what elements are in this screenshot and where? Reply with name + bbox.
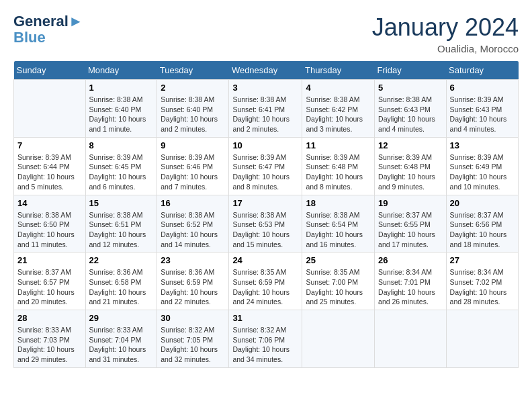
cell-info: Sunrise: 8:32 AM Sunset: 7:05 PM Dayligh… [161, 325, 225, 365]
calendar-cell: 5Sunrise: 8:38 AM Sunset: 6:43 PM Daylig… [375, 80, 447, 138]
day-number: 10 [232, 140, 298, 150]
day-number: 13 [450, 140, 515, 150]
cell-info: Sunrise: 8:34 AM Sunset: 7:02 PM Dayligh… [450, 267, 515, 307]
day-header-tuesday: Tuesday [157, 61, 229, 80]
cell-info: Sunrise: 8:37 AM Sunset: 6:56 PM Dayligh… [450, 210, 515, 250]
day-number: 14 [17, 198, 82, 208]
calendar-cell: 26Sunrise: 8:34 AM Sunset: 7:01 PM Dayli… [375, 253, 447, 310]
day-number: 29 [89, 313, 154, 323]
logo-text: General►Blue [13, 13, 83, 46]
day-number: 11 [306, 140, 371, 150]
cell-info: Sunrise: 8:39 AM Sunset: 6:44 PM Dayligh… [17, 152, 82, 192]
day-number: 31 [232, 313, 298, 323]
calendar-cell: 4Sunrise: 8:38 AM Sunset: 6:42 PM Daylig… [302, 80, 375, 138]
calendar-week-row: 1Sunrise: 8:38 AM Sunset: 6:40 PM Daylig… [14, 80, 519, 138]
calendar-cell: 16Sunrise: 8:38 AM Sunset: 6:52 PM Dayli… [157, 195, 229, 253]
day-header-wednesday: Wednesday [229, 61, 302, 80]
cell-info: Sunrise: 8:38 AM Sunset: 6:51 PM Dayligh… [89, 210, 154, 250]
calendar-cell: 30Sunrise: 8:32 AM Sunset: 7:05 PM Dayli… [157, 310, 229, 368]
calendar-cell: 21Sunrise: 8:37 AM Sunset: 6:57 PM Dayli… [14, 253, 86, 310]
calendar-cell: 28Sunrise: 8:33 AM Sunset: 7:03 PM Dayli… [14, 310, 86, 368]
calendar-cell: 24Sunrise: 8:35 AM Sunset: 6:59 PM Dayli… [229, 253, 302, 310]
day-number: 16 [161, 198, 225, 208]
day-header-thursday: Thursday [302, 61, 375, 80]
calendar-cell: 27Sunrise: 8:34 AM Sunset: 7:02 PM Dayli… [446, 253, 518, 310]
day-number: 27 [450, 255, 515, 265]
cell-info: Sunrise: 8:36 AM Sunset: 6:58 PM Dayligh… [89, 267, 154, 307]
cell-info: Sunrise: 8:39 AM Sunset: 6:46 PM Dayligh… [161, 152, 225, 192]
calendar-cell: 23Sunrise: 8:36 AM Sunset: 6:59 PM Dayli… [157, 253, 229, 310]
calendar-week-row: 28Sunrise: 8:33 AM Sunset: 7:03 PM Dayli… [14, 310, 519, 368]
cell-info: Sunrise: 8:38 AM Sunset: 6:50 PM Dayligh… [17, 210, 82, 250]
calendar-cell: 25Sunrise: 8:35 AM Sunset: 7:00 PM Dayli… [302, 253, 375, 310]
calendar-cell: 10Sunrise: 8:39 AM Sunset: 6:47 PM Dayli… [229, 137, 302, 195]
calendar-cell: 29Sunrise: 8:33 AM Sunset: 7:04 PM Dayli… [85, 310, 157, 368]
cell-info: Sunrise: 8:38 AM Sunset: 6:53 PM Dayligh… [232, 210, 298, 250]
day-number: 28 [17, 313, 82, 323]
calendar-cell [446, 310, 518, 368]
location-subtitle: Oualidia, Morocco [372, 43, 519, 54]
calendar-cell: 31Sunrise: 8:32 AM Sunset: 7:06 PM Dayli… [229, 310, 302, 368]
calendar-week-row: 7Sunrise: 8:39 AM Sunset: 6:44 PM Daylig… [14, 137, 519, 195]
day-number: 5 [378, 83, 443, 93]
cell-info: Sunrise: 8:39 AM Sunset: 6:47 PM Dayligh… [232, 152, 298, 192]
day-number: 4 [306, 83, 371, 93]
day-number: 22 [89, 255, 154, 265]
calendar-table: SundayMondayTuesdayWednesdayThursdayFrid… [13, 61, 519, 368]
cell-info: Sunrise: 8:39 AM Sunset: 6:48 PM Dayligh… [378, 152, 443, 192]
day-number: 18 [306, 198, 371, 208]
day-number: 24 [232, 255, 298, 265]
calendar-cell: 1Sunrise: 8:38 AM Sunset: 6:40 PM Daylig… [85, 80, 157, 138]
day-number: 23 [161, 255, 225, 265]
day-header-sunday: Sunday [14, 61, 86, 80]
cell-info: Sunrise: 8:37 AM Sunset: 6:57 PM Dayligh… [17, 267, 82, 307]
calendar-cell: 2Sunrise: 8:38 AM Sunset: 6:40 PM Daylig… [157, 80, 229, 138]
cell-info: Sunrise: 8:38 AM Sunset: 6:40 PM Dayligh… [161, 95, 225, 134]
cell-info: Sunrise: 8:39 AM Sunset: 6:49 PM Dayligh… [450, 152, 515, 192]
calendar-cell [302, 310, 375, 368]
day-number: 17 [232, 198, 298, 208]
cell-info: Sunrise: 8:38 AM Sunset: 6:52 PM Dayligh… [161, 210, 225, 250]
day-number: 7 [17, 140, 82, 150]
calendar-cell [375, 310, 447, 368]
month-year-title: January 2024 [372, 13, 519, 42]
calendar-cell: 19Sunrise: 8:37 AM Sunset: 6:55 PM Dayli… [375, 195, 447, 253]
calendar-cell [14, 80, 86, 138]
day-number: 9 [161, 140, 225, 150]
calendar-cell: 8Sunrise: 8:39 AM Sunset: 6:45 PM Daylig… [85, 137, 157, 195]
day-number: 20 [450, 198, 515, 208]
cell-info: Sunrise: 8:33 AM Sunset: 7:04 PM Dayligh… [89, 325, 154, 365]
day-header-friday: Friday [375, 61, 447, 80]
cell-info: Sunrise: 8:38 AM Sunset: 6:43 PM Dayligh… [378, 95, 443, 134]
cell-info: Sunrise: 8:35 AM Sunset: 7:00 PM Dayligh… [306, 267, 371, 307]
page-header: General►Blue January 2024 Oualidia, Moro… [13, 13, 519, 54]
cell-info: Sunrise: 8:35 AM Sunset: 6:59 PM Dayligh… [232, 267, 298, 307]
calendar-cell: 12Sunrise: 8:39 AM Sunset: 6:48 PM Dayli… [375, 137, 447, 195]
calendar-cell: 11Sunrise: 8:39 AM Sunset: 6:48 PM Dayli… [302, 137, 375, 195]
day-number: 26 [378, 255, 443, 265]
calendar-cell: 14Sunrise: 8:38 AM Sunset: 6:50 PM Dayli… [14, 195, 86, 253]
calendar-cell: 3Sunrise: 8:38 AM Sunset: 6:41 PM Daylig… [229, 80, 302, 138]
calendar-cell: 17Sunrise: 8:38 AM Sunset: 6:53 PM Dayli… [229, 195, 302, 253]
cell-info: Sunrise: 8:39 AM Sunset: 6:48 PM Dayligh… [306, 152, 371, 192]
day-number: 1 [89, 83, 154, 93]
calendar-week-row: 21Sunrise: 8:37 AM Sunset: 6:57 PM Dayli… [14, 253, 519, 310]
cell-info: Sunrise: 8:39 AM Sunset: 6:45 PM Dayligh… [89, 152, 154, 192]
cell-info: Sunrise: 8:38 AM Sunset: 6:41 PM Dayligh… [232, 95, 298, 134]
calendar-cell: 6Sunrise: 8:39 AM Sunset: 6:43 PM Daylig… [446, 80, 518, 138]
calendar-week-row: 14Sunrise: 8:38 AM Sunset: 6:50 PM Dayli… [14, 195, 519, 253]
day-number: 8 [89, 140, 154, 150]
cell-info: Sunrise: 8:37 AM Sunset: 6:55 PM Dayligh… [378, 210, 443, 250]
day-number: 25 [306, 255, 371, 265]
cell-info: Sunrise: 8:38 AM Sunset: 6:54 PM Dayligh… [306, 210, 371, 250]
day-number: 6 [450, 83, 515, 93]
cell-info: Sunrise: 8:39 AM Sunset: 6:43 PM Dayligh… [450, 95, 515, 134]
day-number: 19 [378, 198, 443, 208]
calendar-cell: 18Sunrise: 8:38 AM Sunset: 6:54 PM Dayli… [302, 195, 375, 253]
day-number: 3 [232, 83, 298, 93]
day-header-saturday: Saturday [446, 61, 518, 80]
cell-info: Sunrise: 8:33 AM Sunset: 7:03 PM Dayligh… [17, 325, 82, 365]
day-number: 30 [161, 313, 225, 323]
calendar-cell: 20Sunrise: 8:37 AM Sunset: 6:56 PM Dayli… [446, 195, 518, 253]
calendar-cell: 9Sunrise: 8:39 AM Sunset: 6:46 PM Daylig… [157, 137, 229, 195]
